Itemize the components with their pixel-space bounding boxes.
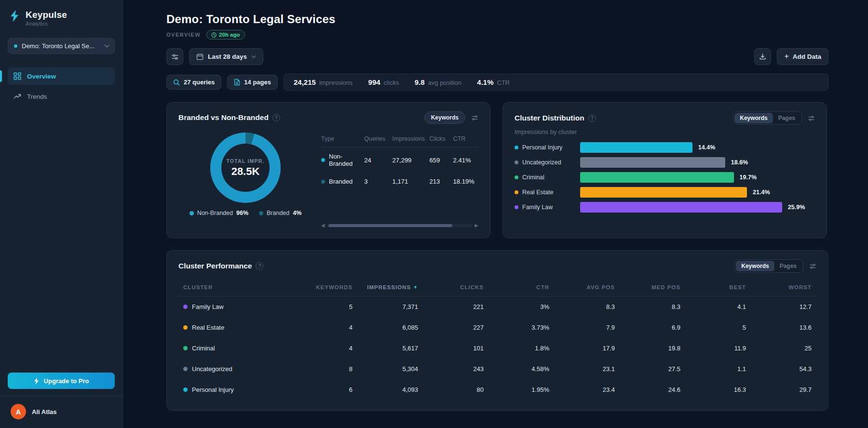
column-header[interactable]: Clicks: [429, 135, 450, 142]
scrollbar-track[interactable]: [327, 224, 473, 227]
table-row[interactable]: Real Estate46,0852273.73%7.96.9513.6: [178, 317, 816, 338]
scrollbar-thumb[interactable]: [328, 224, 452, 227]
user-name: Ali Atlas: [32, 408, 57, 415]
metric-value: 9.8: [415, 78, 425, 86]
sidebar-item-label: Trends: [27, 93, 47, 100]
add-data-label: Add Data: [793, 53, 821, 60]
help-icon[interactable]: ?: [256, 262, 263, 270]
trend-up-icon: [14, 93, 21, 100]
metric-label: impressions: [319, 79, 353, 86]
cell: 4,093: [353, 386, 418, 393]
cluster-bar-row[interactable]: Personal Injury14.4%: [515, 142, 815, 153]
column-header[interactable]: KEYWORDS: [287, 284, 353, 290]
toggle-keywords[interactable]: Keywords: [736, 261, 774, 271]
cell: 5: [680, 324, 746, 331]
divider: [0, 396, 122, 396]
bar-category: Uncategorized: [522, 159, 561, 166]
metric: 4.1%CTR: [477, 78, 510, 86]
cluster-dot-icon: [183, 325, 188, 330]
sliders-icon[interactable]: [809, 263, 816, 270]
table-row[interactable]: Family Law57,3712213%8.38.34.112.7: [178, 296, 816, 317]
bar-zone: 19.7%: [580, 172, 815, 183]
cell: 16.3: [680, 386, 746, 393]
add-data-button[interactable]: + Add Data: [777, 48, 828, 65]
user-menu[interactable]: A Ali Atlas: [8, 402, 115, 421]
pages-chip[interactable]: 14 pages: [227, 75, 278, 90]
table-row[interactable]: Uncategorized85,3042434.58%23.127.51.154…: [178, 359, 816, 379]
filter-button[interactable]: [166, 48, 183, 65]
column-header[interactable]: CTR: [453, 135, 478, 142]
bar-dot-icon: [515, 190, 518, 194]
card-title: Cluster Distribution: [515, 114, 584, 122]
bar-category: Family Law: [522, 204, 553, 211]
performance-table: CLUSTERKEYWORDSIMPRESSIONS▼CLICKSCTRAVG …: [178, 281, 816, 400]
column-header[interactable]: WORST: [746, 284, 812, 290]
upgrade-to-pro-button[interactable]: Upgrade to Pro: [8, 373, 115, 389]
horizontal-scrollbar[interactable]: ◀ ▶: [321, 223, 478, 228]
bar-label: Family Law: [515, 204, 573, 211]
last-updated-text: 20h ago: [219, 32, 240, 38]
sliders-icon[interactable]: [471, 114, 478, 121]
branded-vs-nonbranded-card: Branded vs Non-Branded ? Keywords TOTAL …: [166, 102, 490, 238]
keywords-toggle-button[interactable]: Keywords: [424, 111, 465, 124]
cell: 7,371: [353, 303, 418, 310]
last-updated-badge: 20h ago: [206, 30, 244, 40]
bar-fill: [580, 157, 725, 168]
column-header[interactable]: Type: [321, 135, 361, 142]
sidebar-item-trends[interactable]: Trends: [8, 88, 115, 105]
legend-item: Non-Branded96%: [190, 210, 248, 216]
column-header[interactable]: CLICKS: [418, 284, 484, 290]
performance-table-header: CLUSTERKEYWORDSIMPRESSIONS▼CLICKSCTRAVG …: [178, 281, 816, 296]
metric: 9.8avg position: [415, 78, 461, 86]
toggle-pages[interactable]: Pages: [774, 261, 802, 271]
cluster-bar-row[interactable]: Family Law25.9%: [515, 202, 815, 213]
column-header[interactable]: Queries: [364, 135, 389, 142]
column-header[interactable]: Impressions: [393, 135, 427, 142]
cell: 4.1: [680, 303, 746, 310]
metric: 24,215impressions: [294, 78, 353, 86]
plus-icon: +: [784, 52, 788, 61]
performance-table-body: Family Law57,3712213%8.38.34.112.7Real E…: [178, 296, 816, 400]
column-header[interactable]: IMPRESSIONS▼: [353, 284, 418, 290]
metric-label: avg position: [428, 79, 461, 86]
cell: 3: [364, 178, 389, 185]
column-header[interactable]: CTR: [484, 284, 549, 290]
toggle-keywords[interactable]: Keywords: [734, 113, 773, 123]
workspace-selector[interactable]: Demo: Toronto Legal Se...: [8, 38, 115, 54]
sliders-icon[interactable]: [808, 115, 815, 122]
cluster-dot-icon: [183, 367, 188, 371]
cell: 6.9: [615, 324, 680, 331]
column-header[interactable]: AVG POS: [549, 284, 615, 290]
table-row[interactable]: Branded31,17121318.19%: [321, 173, 478, 190]
cell: 6: [287, 386, 353, 393]
date-range-selector[interactable]: Last 28 days: [189, 48, 263, 65]
cluster-bar-row[interactable]: Criminal19.7%: [515, 172, 815, 183]
type-cell: Non-Branded: [321, 153, 361, 167]
toggle-pages[interactable]: Pages: [773, 113, 800, 123]
metric-value: 994: [368, 78, 380, 86]
help-icon[interactable]: ?: [588, 114, 596, 122]
queries-chip[interactable]: 27 queries: [166, 75, 221, 90]
table-row[interactable]: Personal Injury64,093801.95%23.424.616.3…: [178, 379, 816, 400]
help-icon[interactable]: ?: [272, 114, 280, 121]
column-header[interactable]: MED POS: [615, 284, 680, 290]
bar-zone: 18.6%: [580, 157, 815, 168]
column-header[interactable]: CLUSTER: [183, 284, 287, 290]
logo-bolt-icon: [10, 10, 21, 22]
table-row[interactable]: Non-Branded2427,2996592.41%: [321, 147, 478, 173]
bar-category: Personal Injury: [522, 144, 562, 151]
cluster-bar-row[interactable]: Real Estate21.4%: [515, 187, 815, 198]
sidebar-item-overview[interactable]: Overview: [8, 67, 115, 85]
scroll-left-icon[interactable]: ◀: [321, 223, 325, 228]
scroll-right-icon[interactable]: ▶: [475, 223, 478, 228]
download-button[interactable]: [754, 48, 771, 65]
cell: 24: [364, 157, 389, 164]
cell: 54.3: [746, 365, 812, 373]
sidebar-item-label: Overview: [27, 73, 56, 80]
column-header[interactable]: BEST: [680, 284, 746, 290]
page-file-icon: [234, 79, 240, 86]
cell: 7.9: [549, 324, 615, 331]
cluster-bar-row[interactable]: Uncategorized18.6%: [515, 157, 815, 168]
table-row[interactable]: Criminal45,6171011.8%17.919.811.925: [178, 338, 816, 359]
cell: 27.5: [615, 365, 680, 373]
